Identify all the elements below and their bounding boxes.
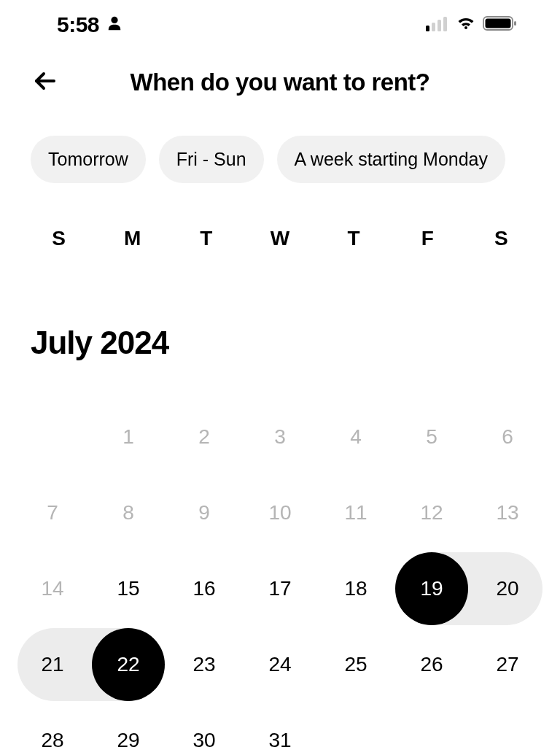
day-26[interactable]: 26 xyxy=(394,627,470,703)
chip-week-monday[interactable]: A week starting Monday xyxy=(277,136,505,183)
cellular-icon xyxy=(426,15,449,34)
day-number: 15 xyxy=(117,577,139,600)
day-number: 6 xyxy=(502,425,513,449)
back-button[interactable] xyxy=(31,66,60,98)
day-28[interactable]: 28 xyxy=(15,703,90,747)
day-5: 5 xyxy=(394,399,470,475)
day-13: 13 xyxy=(470,475,545,551)
svg-rect-4 xyxy=(443,17,447,31)
day-number: 29 xyxy=(117,729,139,747)
day-3: 3 xyxy=(242,399,318,475)
day-number: 20 xyxy=(496,577,518,600)
battery-icon xyxy=(483,15,518,34)
weekday-wed: W xyxy=(243,227,316,250)
day-29[interactable]: 29 xyxy=(90,703,166,747)
day-2: 2 xyxy=(166,399,242,475)
svg-rect-1 xyxy=(426,26,429,31)
weekday-sun: S xyxy=(22,227,96,250)
calendar-grid: 1234567891011121314151617181920212223242… xyxy=(0,376,560,747)
day-number: 17 xyxy=(268,577,291,600)
chip-tomorrow[interactable]: Tomorrow xyxy=(31,136,146,183)
day-number: 13 xyxy=(496,501,518,525)
day-number: 30 xyxy=(192,729,215,747)
day-18[interactable]: 18 xyxy=(318,551,394,627)
weekday-mon: M xyxy=(96,227,169,250)
day-number: 22 xyxy=(92,628,165,701)
arrow-left-icon xyxy=(31,66,60,98)
day-number: 26 xyxy=(420,653,443,676)
day-number: 5 xyxy=(426,425,438,449)
day-number: 31 xyxy=(268,729,291,747)
day-11: 11 xyxy=(318,475,394,551)
day-number: 2 xyxy=(198,425,210,449)
status-right xyxy=(426,15,518,34)
wifi-icon xyxy=(455,15,477,34)
week-row: 21222324252627 xyxy=(15,627,545,703)
day-number: 24 xyxy=(268,653,291,676)
svg-rect-6 xyxy=(486,19,511,28)
day-number: 4 xyxy=(350,425,362,449)
person-icon xyxy=(106,15,122,34)
week-row: 78910111213 xyxy=(15,475,545,551)
day-15[interactable]: 15 xyxy=(90,551,166,627)
day-number: 12 xyxy=(420,501,443,525)
day-empty xyxy=(15,399,90,475)
week-row: 123456 xyxy=(15,399,545,475)
day-empty xyxy=(394,703,470,747)
day-number: 19 xyxy=(395,552,468,625)
day-10: 10 xyxy=(242,475,318,551)
status-left: 5:58 xyxy=(57,12,122,37)
day-16[interactable]: 16 xyxy=(166,551,242,627)
day-number: 8 xyxy=(122,501,134,525)
day-number: 11 xyxy=(344,501,367,525)
day-31[interactable]: 31 xyxy=(242,703,318,747)
day-17[interactable]: 17 xyxy=(242,551,318,627)
day-number: 7 xyxy=(47,501,58,525)
week-row: 28293031 xyxy=(15,703,545,747)
status-bar: 5:58 xyxy=(0,0,560,50)
day-empty xyxy=(470,703,545,747)
day-number: 18 xyxy=(344,577,367,600)
day-number: 21 xyxy=(41,653,63,676)
day-27[interactable]: 27 xyxy=(470,627,545,703)
weekday-tue: T xyxy=(169,227,243,250)
day-19[interactable]: 19 xyxy=(394,551,470,627)
chip-fri-sun[interactable]: Fri - Sun xyxy=(159,136,264,183)
day-8: 8 xyxy=(90,475,166,551)
day-12: 12 xyxy=(394,475,470,551)
day-number: 16 xyxy=(192,577,215,600)
quick-select-chips: Tomorrow Fri - Sun A week starting Monda… xyxy=(0,115,560,198)
day-21[interactable]: 21 xyxy=(15,627,90,703)
page-title: When do you want to rent? xyxy=(31,69,529,96)
day-25[interactable]: 25 xyxy=(318,627,394,703)
day-number: 27 xyxy=(496,653,518,676)
svg-rect-7 xyxy=(514,21,516,26)
svg-rect-3 xyxy=(438,20,441,31)
day-number: 9 xyxy=(198,501,210,525)
day-1: 1 xyxy=(90,399,166,475)
weekday-header: S M T W T F S xyxy=(0,198,560,258)
day-number: 28 xyxy=(41,729,63,747)
day-4: 4 xyxy=(318,399,394,475)
day-20[interactable]: 20 xyxy=(470,551,545,627)
header: When do you want to rent? xyxy=(0,50,560,115)
week-row: 14151617181920 xyxy=(15,551,545,627)
weekday-fri: F xyxy=(391,227,464,250)
day-14: 14 xyxy=(15,551,90,627)
day-9: 9 xyxy=(166,475,242,551)
day-number: 1 xyxy=(122,425,134,449)
day-number: 3 xyxy=(274,425,286,449)
day-22[interactable]: 22 xyxy=(90,627,166,703)
day-number: 10 xyxy=(268,501,291,525)
status-time: 5:58 xyxy=(57,12,99,37)
day-24[interactable]: 24 xyxy=(242,627,318,703)
svg-rect-2 xyxy=(432,23,435,31)
day-number: 23 xyxy=(192,653,215,676)
day-30[interactable]: 30 xyxy=(166,703,242,747)
day-number: 14 xyxy=(41,577,63,600)
weekday-sat: S xyxy=(464,227,538,250)
svg-point-0 xyxy=(111,17,117,23)
day-7: 7 xyxy=(15,475,90,551)
day-number: 25 xyxy=(344,653,367,676)
day-23[interactable]: 23 xyxy=(166,627,242,703)
